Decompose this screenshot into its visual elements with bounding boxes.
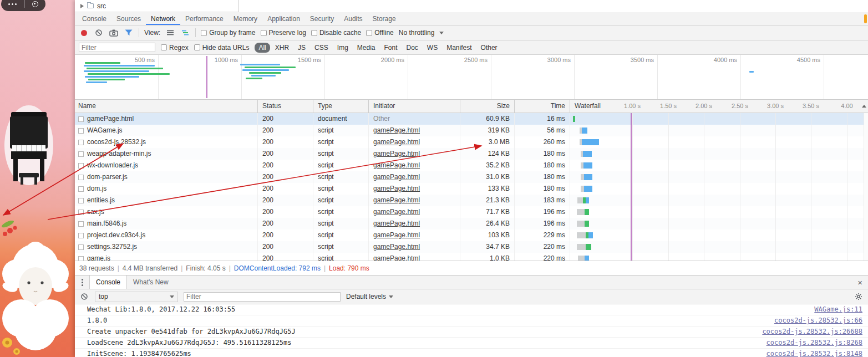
column-name[interactable]: Name [75,100,258,113]
pill-ws[interactable]: WS [423,43,441,53]
request-size: 60.9 KB [460,113,515,125]
clear-button[interactable] [94,28,104,38]
tab-security[interactable]: Security [305,12,339,25]
view-list-icon[interactable] [165,28,175,38]
tab-sources[interactable]: Sources [111,12,146,25]
disable-cache-checkbox[interactable] [311,30,317,36]
group-by-frame-checkbox[interactable] [201,30,207,36]
table-row[interactable]: game.js200scriptgamePage.html1.0 KB220 m… [75,253,868,261]
tab-network[interactable]: Network [146,12,180,25]
console-levels-dropdown[interactable]: Default levels [346,293,393,300]
table-row[interactable]: gamePage.html200documentOther60.9 KB16 m… [75,113,868,125]
request-status: 200 [258,148,313,160]
pill-img[interactable]: Img [333,43,352,53]
column-initiator[interactable]: Initiator [369,100,460,113]
request-waterfall [570,148,868,160]
scroll-up-icon[interactable] [862,105,866,108]
summary-domcontentloaded: DOMContentLoaded: 792 ms [234,264,321,272]
table-row[interactable]: WAGame.js200scriptgamePage.html319 KB56 … [75,125,868,136]
tab-memory[interactable]: Memory [229,12,262,25]
request-time: 180 ms [515,183,570,195]
record-button[interactable] [79,28,89,38]
filter-funnel-icon[interactable] [124,28,134,38]
request-initiator[interactable]: gamePage.html [373,208,420,216]
table-row[interactable]: sax.js200scriptgamePage.html71.7 KB196 m… [75,206,868,218]
pill-other[interactable]: Other [477,43,501,53]
console-context-selector[interactable]: top [95,292,178,302]
pill-font[interactable]: Font [380,43,402,53]
table-row[interactable]: cocos2d-js.28532.js200scriptgamePage.htm… [75,136,868,148]
preserve-log-checkbox[interactable] [261,30,267,36]
capture-screenshots-icon[interactable] [109,28,119,38]
pill-doc[interactable]: Doc [403,43,422,53]
request-type: script [313,253,369,261]
console-source-link[interactable]: cocos2d-js.28532.js:26688 [762,328,862,336]
column-type[interactable]: Type [313,100,369,113]
table-row[interactable]: settings.32752.js200scriptgamePage.html3… [75,241,868,253]
console-filter-input[interactable] [184,292,341,302]
request-initiator[interactable]: gamePage.html [373,150,420,157]
request-initiator[interactable]: gamePage.html [373,161,420,169]
tab-console[interactable]: Console [77,12,111,25]
close-drawer-button[interactable]: × [852,276,868,289]
hide-data-urls-checkbox[interactable] [194,44,200,50]
column-waterfall[interactable]: Waterfall1.00 s1.50 s2.00 s2.50 s3.00 s3… [570,100,868,113]
table-row[interactable]: project.dev.c93c4.js200scriptgamePage.ht… [75,230,868,241]
request-name: wx-downloader.js [87,160,138,171]
pill-media[interactable]: Media [353,43,379,53]
request-initiator[interactable]: gamePage.html [373,254,420,261]
tab-application[interactable]: Application [262,12,305,25]
table-row[interactable]: dom.js200scriptgamePage.html133 KB180 ms [75,183,868,195]
overview-bar [85,76,139,78]
console-source-link[interactable]: cocos2d-js.28532.js:8148 [767,350,862,357]
column-size[interactable]: Size [460,100,515,113]
request-initiator[interactable]: gamePage.html [373,173,420,181]
request-name-cell: project.dev.c93c4.js [75,230,258,241]
throttling-dropdown[interactable]: No throttling [399,29,444,37]
table-scrollbar[interactable] [864,113,868,261]
column-status[interactable]: Status [258,100,313,113]
console-settings-gear-icon[interactable] [854,292,864,302]
table-row[interactable]: wx-downloader.js200scriptgamePage.html35… [75,160,868,171]
request-initiator[interactable]: gamePage.html [373,243,420,251]
column-time[interactable]: Time [515,100,570,113]
request-initiator[interactable]: gamePage.html [373,196,420,204]
request-status: 200 [258,183,313,195]
console-source-link[interactable]: cocos2d-js.28532.js:66 [774,317,862,325]
request-initiator-cell: gamePage.html [369,253,460,261]
console-source-link[interactable]: cocos2d-js.28532.js:8268 [767,339,862,347]
file-tree-item-src[interactable]: src [75,0,239,12]
pill-all[interactable]: All [255,43,270,53]
capsule-close-icon[interactable] [32,1,38,7]
pill-manifest[interactable]: Manifest [443,43,475,53]
tab-performance[interactable]: Performance [180,12,229,25]
disclosure-triangle-icon[interactable] [80,4,84,8]
request-initiator[interactable]: gamePage.html [373,126,420,134]
pill-css[interactable]: CSS [311,43,332,53]
tab-storage[interactable]: Storage [368,12,401,25]
tab-console-drawer[interactable]: Console [89,276,127,289]
pill-js[interactable]: JS [294,43,309,53]
tab-whats-new[interactable]: What's New [127,276,175,289]
pill-xhr[interactable]: XHR [271,43,293,53]
regex-checkbox[interactable] [161,44,167,50]
table-row[interactable]: weapp-adapter-min.js200scriptgamePage.ht… [75,148,868,160]
view-waterfall-icon[interactable] [180,28,190,38]
file-icon [78,233,84,238]
request-initiator[interactable]: gamePage.html [373,220,420,227]
capsule-menu-button[interactable] [8,3,17,5]
table-row[interactable]: dom-parser.js200scriptgamePage.html31.0 … [75,171,868,183]
console-message: Wechat Lib:1.8.0, 2017.12.22 16:03:55WAG… [75,304,868,315]
request-initiator[interactable]: gamePage.html [373,138,420,146]
tab-audits[interactable]: Audits [339,12,367,25]
request-initiator[interactable]: gamePage.html [373,185,420,192]
drawer-menu-button[interactable] [75,276,89,289]
network-filter-input[interactable] [79,43,155,52]
table-row[interactable]: main.f5846.js200scriptgamePage.html26.4 … [75,218,868,230]
table-row[interactable]: entities.js200scriptgamePage.html21.3 KB… [75,195,868,206]
network-overview[interactable]: 500 ms1000 ms1500 ms2000 ms2500 ms3000 m… [75,55,868,100]
offline-checkbox[interactable] [366,30,372,36]
console-clear-button[interactable] [79,292,89,302]
console-source-link[interactable]: WAGame.js:11 [814,305,862,314]
request-initiator[interactable]: gamePage.html [373,231,420,239]
